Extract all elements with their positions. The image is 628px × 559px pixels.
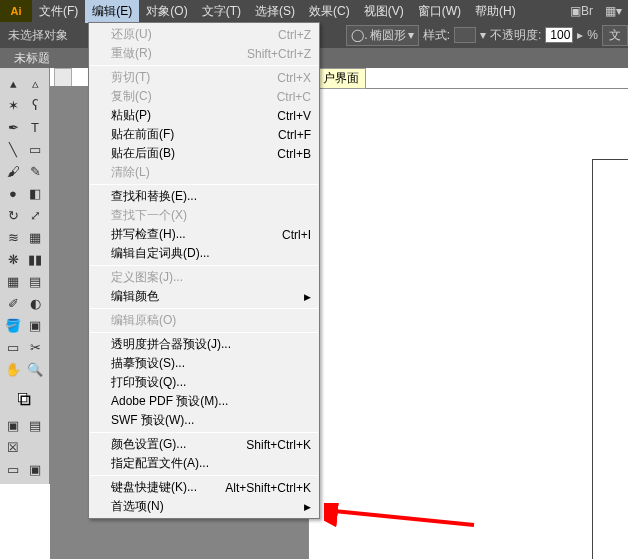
arrange-icon[interactable]: ▦▾ <box>599 2 628 20</box>
workspace-label: 户界面 <box>316 68 366 89</box>
shape-selector[interactable]: ◯.椭圆形▾ <box>346 25 418 46</box>
eyedropper-tool-icon[interactable]: ✐ <box>2 292 24 314</box>
style-dropdown[interactable] <box>454 27 476 43</box>
lasso-tool-icon[interactable]: ʕ <box>24 94 46 116</box>
artboard-tool-icon[interactable]: ▭ <box>2 336 24 358</box>
full-screen-icon[interactable]: ▣ <box>24 458 46 480</box>
menu-edit[interactable]: 编辑(E) <box>85 0 139 23</box>
menu-item-assign-profile[interactable]: 指定配置文件(A)... <box>89 454 319 473</box>
none-mode-icon[interactable]: ☒ <box>2 436 24 458</box>
menu-item-redo[interactable]: 重做(R)Shift+Ctrl+Z <box>89 44 319 63</box>
line-tool-icon[interactable]: ╲ <box>2 138 24 160</box>
rectangle-tool-icon[interactable]: ▭ <box>24 138 46 160</box>
direct-selection-tool-icon[interactable]: ▵ <box>24 72 46 94</box>
fill-stroke-icon[interactable] <box>2 384 46 414</box>
menu-view[interactable]: 视图(V) <box>357 0 411 23</box>
document-tab[interactable]: 未标题 <box>6 48 58 69</box>
selection-status: 未选择对象 <box>8 27 68 44</box>
color-mode-icon[interactable]: ▣ <box>2 414 24 436</box>
menu-item-edit-original[interactable]: 编辑原稿(O) <box>89 311 319 330</box>
scale-tool-icon[interactable]: ⤢ <box>24 204 46 226</box>
symbol-sprayer-tool-icon[interactable]: ❋ <box>2 248 24 270</box>
percent-label: % <box>587 28 598 42</box>
menu-item-color-settings[interactable]: 颜色设置(G)...Shift+Ctrl+K <box>89 435 319 454</box>
paintbrush-tool-icon[interactable]: 🖌 <box>2 160 24 182</box>
menu-item-copy[interactable]: 复制(C)Ctrl+C <box>89 87 319 106</box>
menu-item-clear[interactable]: 清除(L) <box>89 163 319 182</box>
menu-object[interactable]: 对象(O) <box>139 0 194 23</box>
warp-tool-icon[interactable]: ≋ <box>2 226 24 248</box>
submenu-arrow-icon: ▶ <box>304 292 311 302</box>
menu-item-paste-front[interactable]: 贴在前面(F)Ctrl+F <box>89 125 319 144</box>
screen-mode-icon[interactable]: ▭ <box>2 458 24 480</box>
mesh-tool-icon[interactable]: ▦ <box>2 270 24 292</box>
menu-item-undo[interactable]: 还原(U)Ctrl+Z <box>89 25 319 44</box>
edit-menu-dropdown: 还原(U)Ctrl+Z 重做(R)Shift+Ctrl+Z 剪切(T)Ctrl+… <box>88 22 320 519</box>
blend-tool-icon[interactable]: ◐ <box>24 292 46 314</box>
menu-item-preferences[interactable]: 首选项(N)▶ <box>89 497 319 516</box>
rotate-tool-icon[interactable]: ↻ <box>2 204 24 226</box>
pencil-tool-icon[interactable]: ✎ <box>24 160 46 182</box>
doc-setup-button[interactable]: 文 <box>602 25 628 46</box>
free-transform-tool-icon[interactable]: ▦ <box>24 226 46 248</box>
magic-wand-tool-icon[interactable]: ✶ <box>2 94 24 116</box>
menu-window[interactable]: 窗口(W) <box>411 0 468 23</box>
submenu-arrow-icon: ▶ <box>304 502 311 512</box>
type-tool-icon[interactable]: T <box>24 116 46 138</box>
opacity-label: 不透明度: <box>490 27 541 44</box>
menu-effect[interactable]: 效果(C) <box>302 0 357 23</box>
graph-tool-icon[interactable]: ▮▮ <box>24 248 46 270</box>
blob-brush-tool-icon[interactable]: ● <box>2 182 24 204</box>
live-paint-selection-tool-icon[interactable]: ▣ <box>24 314 46 336</box>
menu-item-custom-dictionary[interactable]: 编辑自定词典(D)... <box>89 244 319 263</box>
live-paint-tool-icon[interactable]: 🪣 <box>2 314 24 336</box>
gradient-tool-icon[interactable]: ▤ <box>24 270 46 292</box>
annotation-arrow-icon <box>324 503 484 533</box>
app-logo: Ai <box>0 0 32 22</box>
menu-file[interactable]: 文件(F) <box>32 0 85 23</box>
style-label: 样式: <box>423 27 450 44</box>
menu-item-paste[interactable]: 粘贴(P)Ctrl+V <box>89 106 319 125</box>
menu-item-paste-back[interactable]: 贴在后面(B)Ctrl+B <box>89 144 319 163</box>
gradient-mode-icon[interactable]: ▤ <box>24 414 46 436</box>
opacity-input[interactable] <box>545 27 573 43</box>
menu-item-pdf-presets[interactable]: Adobe PDF 预设(M)... <box>89 392 319 411</box>
bridge-icon[interactable]: ▣Br <box>564 2 599 20</box>
menu-item-find-next[interactable]: 查找下一个(X) <box>89 206 319 225</box>
tools-panel: ▴▵ ✶ʕ ✒T ╲▭ 🖌✎ ●◧ ↻⤢ ≋▦ ❋▮▮ ▦▤ ✐◐ 🪣▣ ▭✂ … <box>0 68 50 484</box>
menu-item-cut[interactable]: 剪切(T)Ctrl+X <box>89 68 319 87</box>
svg-rect-0 <box>18 393 26 401</box>
pen-tool-icon[interactable]: ✒ <box>2 116 24 138</box>
svg-line-3 <box>334 511 474 525</box>
menu-type[interactable]: 文字(T) <box>195 0 248 23</box>
menu-item-define-pattern[interactable]: 定义图案(J)... <box>89 268 319 287</box>
panel-tab[interactable] <box>54 68 72 86</box>
menu-item-find-replace[interactable]: 查找和替换(E)... <box>89 187 319 206</box>
artboard <box>592 159 628 559</box>
menu-help[interactable]: 帮助(H) <box>468 0 523 23</box>
menu-item-transparency-flattener[interactable]: 透明度拼合器预设(J)... <box>89 335 319 354</box>
canvas-area[interactable] <box>308 88 628 559</box>
menu-item-edit-colors[interactable]: 编辑颜色▶ <box>89 287 319 306</box>
menu-item-tracing-presets[interactable]: 描摹预设(S)... <box>89 354 319 373</box>
hand-tool-icon[interactable]: ✋ <box>2 358 24 380</box>
menu-select[interactable]: 选择(S) <box>248 0 302 23</box>
menu-item-swf-presets[interactable]: SWF 预设(W)... <box>89 411 319 430</box>
selection-tool-icon[interactable]: ▴ <box>2 72 24 94</box>
slice-tool-icon[interactable]: ✂ <box>24 336 46 358</box>
menu-item-keyboard-shortcuts[interactable]: 键盘快捷键(K)...Alt+Shift+Ctrl+K <box>89 478 319 497</box>
zoom-tool-icon[interactable]: 🔍 <box>24 358 46 380</box>
menubar: Ai 文件(F) 编辑(E) 对象(O) 文字(T) 选择(S) 效果(C) 视… <box>0 0 628 22</box>
menu-item-print-presets[interactable]: 打印预设(Q)... <box>89 373 319 392</box>
eraser-tool-icon[interactable]: ◧ <box>24 182 46 204</box>
menu-item-spell-check[interactable]: 拼写检查(H)...Ctrl+I <box>89 225 319 244</box>
